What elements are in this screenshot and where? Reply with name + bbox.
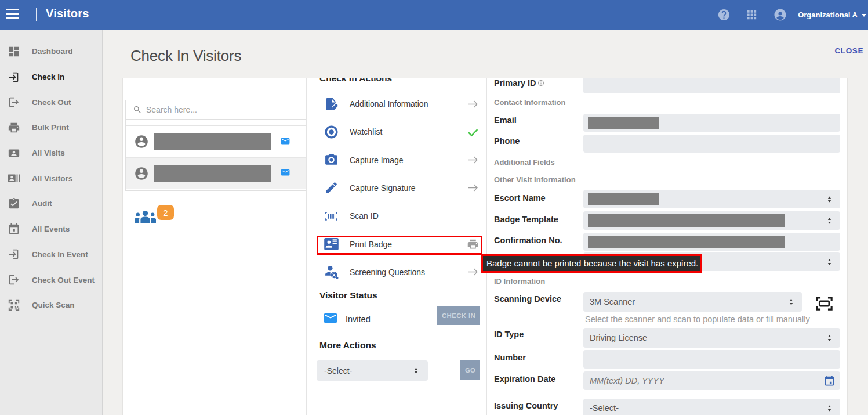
expiration-date-field[interactable]: MM(text) DD, YYYY bbox=[583, 371, 840, 390]
sidebar-item-label: Audit bbox=[32, 199, 52, 208]
email-field[interactable] bbox=[583, 114, 840, 132]
contact-information-section: Contact Information bbox=[494, 98, 566, 107]
badge-template-label: Badge Template bbox=[494, 215, 558, 224]
account-circle-icon bbox=[134, 166, 149, 181]
email-label: Email bbox=[494, 116, 517, 125]
sidebar-item-dashboard[interactable]: Dashboard bbox=[0, 39, 102, 64]
scanning-device-select[interactable]: 3M Scanner bbox=[583, 292, 802, 312]
visitor-status-heading: Visitor Status bbox=[319, 290, 377, 301]
action-print-badge[interactable]: Print Badge bbox=[306, 230, 487, 258]
redacted-value bbox=[588, 236, 785, 248]
printer-icon[interactable] bbox=[467, 238, 479, 250]
id-type-label: ID Type bbox=[494, 330, 524, 339]
account-circle-icon bbox=[134, 134, 149, 149]
sort-arrows-icon bbox=[825, 216, 834, 225]
action-label: Watchlist bbox=[350, 127, 382, 136]
action-additional-information[interactable]: Additional Information bbox=[306, 90, 487, 118]
field-value: 3M Scanner bbox=[590, 297, 635, 306]
arrow-right-icon bbox=[467, 182, 479, 194]
redacted-value bbox=[588, 214, 785, 227]
groups-icon bbox=[135, 211, 156, 223]
action-screening-questions[interactable]: Screening Questions bbox=[306, 258, 487, 286]
checkin-panel: Search here... 2 Check In Actions Additi… bbox=[122, 78, 848, 415]
id-type-select[interactable]: Driving License bbox=[583, 328, 840, 348]
id-card-icon bbox=[324, 237, 339, 251]
visitor-search[interactable]: Search here... bbox=[125, 100, 306, 120]
sidebar-item-label: Check Out bbox=[32, 98, 71, 107]
sidebar-item-all-visits[interactable]: All Visits bbox=[0, 140, 102, 166]
qr-scan-icon bbox=[8, 299, 20, 312]
sort-arrows-icon bbox=[825, 334, 834, 342]
action-scan-id[interactable]: Scan ID bbox=[306, 202, 487, 230]
sidebar-item-audit[interactable]: Audit bbox=[0, 191, 102, 216]
visitor-list-item[interactable] bbox=[126, 126, 306, 157]
more-actions-select[interactable]: -Select- bbox=[317, 360, 428, 381]
sort-arrows-icon bbox=[825, 195, 834, 204]
escort-name-select[interactable] bbox=[583, 190, 840, 208]
number-field[interactable] bbox=[583, 350, 840, 369]
sidebar-item-check-in-event[interactable]: Check In Event bbox=[0, 242, 102, 268]
go-button[interactable]: GO bbox=[460, 360, 480, 380]
other-visit-information-section: Other Visit Information bbox=[494, 175, 576, 184]
phone-label: Phone bbox=[494, 136, 520, 146]
calendar-icon[interactable] bbox=[823, 375, 836, 387]
primary-id-field[interactable] bbox=[583, 78, 840, 93]
redacted-value bbox=[588, 193, 659, 205]
scanner-hint: Select the scanner and scan to populate … bbox=[585, 315, 810, 324]
menu-icon[interactable] bbox=[6, 9, 19, 21]
app-window: Visitors Organizational A DashboardCheck… bbox=[0, 0, 868, 415]
sidebar-item-all-events[interactable]: All Events bbox=[0, 216, 102, 242]
group-visitors[interactable]: 2 bbox=[135, 205, 174, 223]
primary-id-label: Primary ID bbox=[494, 78, 544, 88]
doc-scanner-icon[interactable] bbox=[815, 296, 833, 311]
mail-icon[interactable] bbox=[281, 169, 290, 177]
assignment-check-icon bbox=[8, 197, 20, 210]
sidebar-item-check-out-event[interactable]: Check Out Event bbox=[0, 267, 102, 293]
sort-arrows-icon bbox=[825, 404, 834, 413]
confirmation-no-field[interactable] bbox=[583, 233, 840, 251]
scanning-device-label: Scanning Device bbox=[494, 294, 561, 304]
badge-card-icon bbox=[8, 147, 20, 160]
apps-grid-icon[interactable] bbox=[745, 8, 758, 21]
field-value: -Select- bbox=[590, 403, 619, 413]
page-title: Check In Visitors bbox=[130, 47, 241, 65]
sidebar-item-label: Check In bbox=[32, 73, 64, 81]
visitor-list-item-selected[interactable] bbox=[126, 157, 306, 189]
issuing-country-select[interactable]: -Select- bbox=[583, 399, 840, 415]
arrow-right-icon bbox=[467, 98, 479, 110]
sidebar-item-quick-scan[interactable]: Quick Scan bbox=[0, 293, 102, 318]
user-avatar-icon[interactable] bbox=[773, 8, 787, 21]
arrow-right-icon bbox=[467, 154, 479, 166]
check-in-button[interactable]: CHECK IN bbox=[437, 306, 480, 325]
action-capture-signature[interactable]: Capture Signature bbox=[306, 174, 487, 202]
sidebar-item-label: Quick Scan bbox=[32, 301, 75, 309]
scan-id-icon bbox=[324, 209, 339, 223]
action-watchlist[interactable]: Watchlist bbox=[306, 118, 487, 146]
phone-field[interactable] bbox=[583, 135, 840, 153]
org-selector[interactable]: Organizational A bbox=[798, 10, 866, 19]
close-button[interactable]: CLOSE bbox=[834, 46, 863, 55]
org-selector-label: Organizational A bbox=[798, 10, 858, 19]
badge-template-select[interactable] bbox=[583, 211, 840, 230]
visitor-status-label: Invited bbox=[346, 315, 371, 324]
arrow-right-icon bbox=[467, 266, 479, 278]
sidebar-item-label: Dashboard bbox=[32, 47, 73, 56]
sidebar-item-label: Check In Event bbox=[32, 250, 88, 259]
sidebar-item-check-in[interactable]: Check In bbox=[0, 64, 102, 90]
group-count-badge: 2 bbox=[157, 205, 174, 220]
sort-arrows-icon bbox=[825, 258, 834, 266]
sidebar-item-all-visitors[interactable]: All Visitors bbox=[0, 165, 102, 191]
help-icon[interactable] bbox=[717, 8, 731, 21]
confirmation-no-label: Confirmation No. bbox=[494, 236, 562, 245]
field-placeholder: MM(text) DD, YYYY bbox=[590, 376, 664, 385]
person-search-icon bbox=[324, 265, 339, 279]
action-capture-image[interactable]: Capture Image bbox=[306, 146, 487, 174]
sidebar-item-check-out[interactable]: Check Out bbox=[0, 89, 102, 115]
mail-icon[interactable] bbox=[281, 138, 290, 146]
tooltip-highlight: Badge cannot be printed because the visi… bbox=[481, 254, 702, 273]
redacted-visitor-name bbox=[154, 133, 271, 150]
sidebar-item-bulk-print[interactable]: Bulk Print bbox=[0, 115, 102, 140]
more-actions-heading: More Actions bbox=[319, 340, 376, 351]
action-label: Screening Questions bbox=[350, 268, 425, 277]
search-placeholder: Search here... bbox=[146, 105, 197, 114]
